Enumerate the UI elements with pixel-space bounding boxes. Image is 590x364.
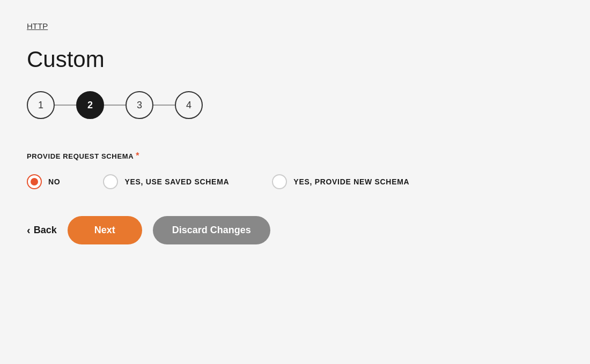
back-button[interactable]: ‹ Back <box>27 219 57 242</box>
radio-label-no: NO <box>48 177 60 186</box>
step-connector-1 <box>55 105 76 106</box>
radio-button-yes-new[interactable] <box>272 174 287 189</box>
radio-label-yes-saved: YES, USE SAVED SCHEMA <box>124 177 229 186</box>
step-1[interactable]: 1 <box>27 91 55 119</box>
page-container: HTTP Custom 1 2 3 4 PROVIDE REQUEST SCHE… <box>0 0 590 364</box>
radio-inner-no <box>31 178 38 185</box>
page-title: Custom <box>27 47 563 72</box>
step-2[interactable]: 2 <box>76 91 104 119</box>
footer-actions: ‹ Back Next Discard Changes <box>27 216 563 244</box>
stepper: 1 2 3 4 <box>27 91 563 119</box>
radio-option-yes-saved[interactable]: YES, USE SAVED SCHEMA <box>103 174 229 189</box>
field-label: PROVIDE REQUEST SCHEMA * <box>27 151 563 161</box>
radio-option-yes-new[interactable]: YES, PROVIDE NEW SCHEMA <box>272 174 409 189</box>
next-button[interactable]: Next <box>68 216 142 244</box>
required-indicator: * <box>136 151 139 161</box>
step-4[interactable]: 4 <box>175 91 203 119</box>
back-chevron-icon: ‹ <box>27 224 31 236</box>
radio-label-yes-new: YES, PROVIDE NEW SCHEMA <box>293 177 409 186</box>
radio-button-yes-saved[interactable] <box>103 174 118 189</box>
step-3[interactable]: 3 <box>126 91 153 119</box>
step-connector-3 <box>153 105 175 106</box>
form-section: PROVIDE REQUEST SCHEMA * NO YES, USE SAV… <box>27 151 563 189</box>
step-connector-2 <box>104 105 126 106</box>
breadcrumb-link[interactable]: HTTP <box>27 21 48 31</box>
radio-button-no[interactable] <box>27 174 42 189</box>
discard-changes-button[interactable]: Discard Changes <box>153 216 270 244</box>
radio-option-no[interactable]: NO <box>27 174 60 189</box>
radio-group: NO YES, USE SAVED SCHEMA YES, PROVIDE NE… <box>27 174 563 189</box>
